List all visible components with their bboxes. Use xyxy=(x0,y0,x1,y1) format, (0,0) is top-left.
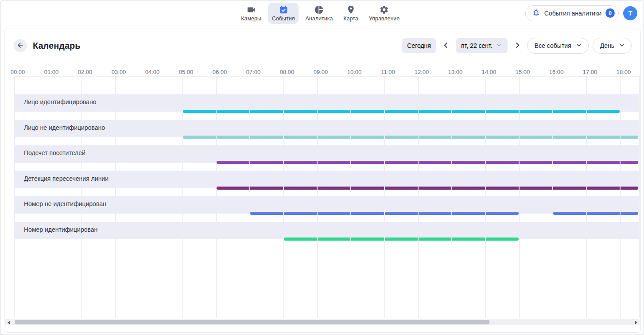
hour-notch xyxy=(283,212,284,215)
main-nav: Камеры События Аналитика Карта Управлени… xyxy=(237,0,403,26)
chevron-down-icon xyxy=(618,41,626,51)
nav-item-map[interactable]: Карта xyxy=(339,3,362,24)
calendar-panel: Календарь Сегодня пт, 22 сент. Все событ… xyxy=(4,28,641,333)
hour-notch xyxy=(418,187,419,190)
event-segment[interactable] xyxy=(183,110,620,113)
notifications-count-badge: 0 xyxy=(605,8,615,18)
hour-notch xyxy=(552,187,553,190)
prev-day-button[interactable] xyxy=(440,40,452,51)
hour-notch xyxy=(451,110,452,113)
hour-notch xyxy=(586,161,587,164)
app-window: Камеры События Аналитика Карта Управлени… xyxy=(0,0,644,335)
hour-tick-label: 00:00 xyxy=(11,69,25,75)
hour-tick-label: 07:00 xyxy=(246,69,261,75)
hour-notch xyxy=(586,136,587,139)
event-row-label: Подсчет посетителей xyxy=(24,149,85,156)
videocam-icon xyxy=(246,5,256,15)
hour-notch xyxy=(418,136,419,139)
hour-tick-label: 14:00 xyxy=(482,69,497,75)
hour-tick-label: 18:00 xyxy=(617,69,631,75)
pie-chart-icon xyxy=(314,5,324,15)
event-row-band xyxy=(14,120,639,137)
hour-notch xyxy=(451,161,452,164)
hour-notch xyxy=(451,238,452,241)
event-row-label: Лицо идентифицировано xyxy=(24,98,97,105)
nav-item-analytics[interactable]: Аналитика xyxy=(301,3,337,24)
chevron-right-icon xyxy=(512,40,522,51)
hour-notch xyxy=(552,136,553,139)
hour-tick-label: 13:00 xyxy=(448,69,463,75)
grid-top-line xyxy=(14,76,639,77)
hour-tick-label: 16:00 xyxy=(549,69,564,75)
chevron-down-icon xyxy=(496,42,502,50)
hour-notch xyxy=(216,110,217,113)
hour-notch xyxy=(485,187,486,190)
hour-notch xyxy=(283,110,284,113)
scroll-left-arrow-icon[interactable] xyxy=(8,321,10,324)
page-title: Календарь xyxy=(33,41,81,51)
hour-notch xyxy=(485,161,486,164)
hour-tick-label: 04:00 xyxy=(145,69,160,75)
hour-notch xyxy=(249,187,250,190)
hour-notch xyxy=(485,238,486,241)
hour-notch xyxy=(451,136,452,139)
nav-label: Карта xyxy=(343,16,358,22)
hour-tick-label: 02:00 xyxy=(78,69,93,75)
event-segment[interactable] xyxy=(217,161,638,164)
hour-notch xyxy=(519,161,520,164)
scrollbar-thumb[interactable] xyxy=(15,320,489,324)
nav-item-management[interactable]: Управление xyxy=(365,3,404,24)
nav-label: События xyxy=(272,16,295,22)
event-row-label: Номер не идентифицирован xyxy=(24,200,106,207)
nav-item-cameras[interactable]: Камеры xyxy=(237,3,265,24)
hour-tick-label: 08:00 xyxy=(280,69,295,75)
hour-tick-label: 03:00 xyxy=(112,69,126,75)
nav-label: Камеры xyxy=(241,16,261,22)
event-row-label: Детекция пересечения линии xyxy=(24,175,109,182)
event-segment[interactable] xyxy=(217,187,638,190)
nav-label: Аналитика xyxy=(305,16,333,22)
hour-tick-label: 15:00 xyxy=(516,69,530,75)
hour-notch xyxy=(586,212,587,215)
hour-notch xyxy=(317,161,318,164)
hour-notch xyxy=(620,161,621,164)
hour-notch xyxy=(350,187,351,190)
hour-notch xyxy=(249,110,250,113)
next-day-button[interactable] xyxy=(512,40,523,51)
events-filter-label: Все события xyxy=(535,42,571,49)
hour-notch xyxy=(384,238,385,241)
event-row-band xyxy=(14,94,639,112)
event-row-band xyxy=(14,145,639,163)
hour-notch xyxy=(283,161,284,164)
topbar-right: События аналитики 0 T xyxy=(525,0,637,26)
hour-notch xyxy=(451,212,452,215)
events-filter-dropdown[interactable]: Все события xyxy=(527,38,589,54)
hour-notch xyxy=(552,110,553,113)
calendar-check-icon xyxy=(279,5,288,15)
scroll-right-arrow-icon[interactable] xyxy=(635,321,637,324)
date-selector[interactable]: пт, 22 сент. xyxy=(456,38,508,53)
hour-notch xyxy=(350,110,351,113)
period-dropdown[interactable]: День xyxy=(593,38,632,54)
period-label: День xyxy=(600,42,614,49)
back-button[interactable] xyxy=(14,39,27,52)
hour-notch xyxy=(350,136,351,139)
analytics-events-button[interactable]: События аналитики 0 xyxy=(525,5,619,21)
user-avatar[interactable]: T xyxy=(623,6,637,20)
event-segment[interactable] xyxy=(183,136,638,139)
hour-notch xyxy=(384,212,385,215)
event-segment[interactable] xyxy=(284,238,519,241)
hour-tick-label: 06:00 xyxy=(213,69,227,75)
hour-notch xyxy=(384,187,385,190)
bell-icon xyxy=(532,8,540,18)
map-pin-icon xyxy=(346,5,356,15)
nav-item-events[interactable]: События xyxy=(268,3,299,24)
event-segment[interactable] xyxy=(553,212,638,215)
hour-tick-label: 17:00 xyxy=(583,69,597,75)
hour-notch xyxy=(283,187,284,190)
event-row-band xyxy=(14,196,639,214)
today-button[interactable]: Сегодня xyxy=(402,38,436,53)
analytics-events-label: События аналитики xyxy=(544,10,601,17)
hour-notch xyxy=(620,187,621,190)
horizontal-scrollbar[interactable] xyxy=(5,319,640,325)
